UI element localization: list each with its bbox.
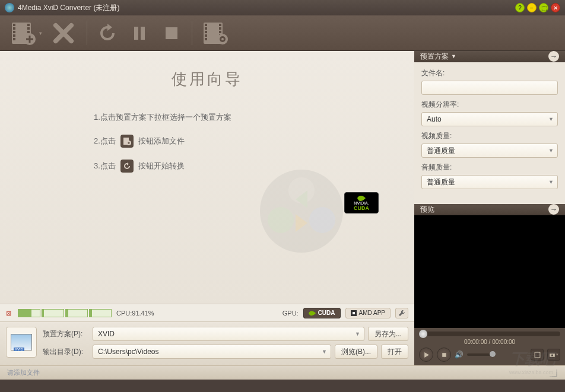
open-button[interactable]: 打开	[381, 345, 408, 359]
wrench-icon	[398, 310, 405, 317]
destination-row: 输出目录(D): C:\Users\pc\Videos ▼ 浏览(B)... 打…	[43, 345, 408, 359]
gpu-label: GPU:	[282, 310, 299, 317]
nvidia-icon	[309, 310, 316, 316]
chevron-down-icon: ▼	[322, 349, 327, 355]
svg-rect-22	[219, 27, 221, 30]
film-add-icon	[9, 20, 38, 46]
main-area: 使用向导 1.点击预置方案下拉框选择一个预置方案 2.点击 按钮添加文件 3.点…	[0, 51, 565, 365]
right-column: 预置方案 ▼ → 文件名: 视频分辨率: Auto▼ 视频质量: 普通质量▼ 音…	[414, 51, 565, 365]
svg-rect-19	[205, 34, 207, 37]
filename-label: 文件名:	[421, 68, 558, 78]
resolution-combo[interactable]: Auto▼	[421, 112, 558, 126]
svg-point-28	[221, 38, 224, 40]
preset-form-spacer	[414, 200, 565, 204]
maximize-button[interactable]: ⬚	[539, 3, 548, 12]
profile-label: 预置方案(P):	[43, 329, 89, 339]
stats-close-button[interactable]: ⊠	[6, 310, 13, 317]
close-button[interactable]: ✕	[551, 3, 560, 12]
svg-rect-36	[442, 353, 446, 357]
stats-bar: ⊠ CPU:91.41% GPU: CUDA AMD APP	[0, 304, 414, 321]
filename-input[interactable]	[421, 81, 558, 95]
separator	[192, 21, 192, 45]
cuda-badge: NVIDIA. CUDA	[344, 192, 379, 213]
seek-bar[interactable]	[419, 332, 560, 336]
resolution-label: 视频分辨率:	[421, 100, 558, 110]
destination-label: 输出目录(D):	[43, 347, 89, 357]
profile-row: 预置方案(P): XVID ▼ 另存为...	[43, 327, 408, 341]
refresh-small-icon	[120, 160, 134, 173]
gpu-cuda-badge[interactable]: CUDA	[303, 308, 341, 318]
svg-point-34	[309, 207, 335, 233]
time-display: 00:00:00 / 00:00:00	[419, 339, 560, 345]
amd-icon	[351, 310, 357, 316]
svg-rect-16	[205, 24, 207, 26]
svg-rect-7	[27, 27, 30, 30]
svg-rect-12	[134, 27, 138, 40]
minimize-button[interactable]: −	[527, 3, 537, 12]
profile-thumbnail: XVID	[6, 327, 37, 358]
pause-icon	[129, 23, 150, 44]
stop-icon	[161, 23, 182, 44]
pause-button[interactable]	[125, 20, 154, 46]
gpu-amd-badge[interactable]: AMD APP	[345, 308, 391, 318]
app-icon	[5, 3, 14, 12]
x-icon	[49, 20, 78, 46]
svg-point-33	[268, 207, 294, 233]
effects-button[interactable]	[198, 18, 233, 48]
wizard-step-2: 2.点击 按钮添加文件	[94, 135, 414, 148]
chevron-down-icon: ▼	[548, 116, 554, 122]
separator	[87, 21, 87, 45]
preset-header[interactable]: 预置方案 ▼ →	[414, 51, 565, 62]
profile-combo[interactable]: XVID ▼	[93, 327, 364, 341]
svg-rect-1	[13, 24, 15, 26]
svg-rect-8	[27, 31, 30, 33]
volume-slider[interactable]	[467, 353, 496, 356]
help-button[interactable]: ?	[515, 3, 525, 12]
wizard-title: 使用向导	[0, 69, 414, 90]
svg-rect-5	[13, 38, 15, 40]
wizard-step-1: 1.点击预置方案下拉框选择一个预置方案	[94, 112, 414, 123]
preset-go-button[interactable]: →	[548, 51, 559, 62]
stop-preview-button[interactable]	[437, 348, 451, 362]
cpu-meter	[18, 309, 112, 317]
play-button[interactable]	[419, 348, 433, 362]
watermark-url: www.xiazaiba.com	[509, 369, 553, 375]
svg-rect-14	[166, 27, 177, 39]
settings-button[interactable]	[395, 308, 408, 318]
wizard-panel: 使用向导 1.点击预置方案下拉框选择一个预置方案 2.点击 按钮添加文件 3.点…	[0, 51, 414, 304]
chevron-down-icon: ▼	[548, 179, 554, 185]
chevron-down-icon: ▼	[548, 148, 554, 154]
toolbar: ▾	[0, 15, 565, 51]
watermark: 下载吧	[510, 349, 554, 369]
refresh-icon	[97, 23, 118, 44]
background-logo	[254, 164, 349, 259]
preview-go-button[interactable]: →	[548, 204, 559, 215]
audio-quality-label: 音频质量:	[421, 162, 558, 173]
status-hint: 请添加文件	[7, 368, 40, 377]
svg-rect-20	[205, 38, 207, 40]
preview-video	[414, 215, 565, 328]
chevron-down-icon: ▼	[355, 331, 360, 337]
svg-rect-23	[219, 31, 221, 33]
remove-button[interactable]	[46, 18, 81, 48]
svg-rect-21	[219, 24, 221, 26]
svg-rect-6	[27, 24, 30, 26]
save-as-button[interactable]: 另存为...	[368, 327, 408, 341]
video-quality-combo[interactable]: 普通质量▼	[421, 144, 558, 158]
svg-rect-17	[205, 27, 207, 30]
add-file-button[interactable]: ▾	[8, 18, 43, 48]
statusbar: 请添加文件	[0, 365, 565, 380]
svg-rect-2	[13, 27, 15, 30]
browse-button[interactable]: 浏览(B)...	[335, 345, 377, 359]
svg-rect-4	[13, 34, 15, 37]
audio-quality-combo[interactable]: 普通质量▼	[421, 175, 558, 189]
volume-icon[interactable]: 🔊	[455, 350, 464, 359]
svg-rect-13	[141, 27, 145, 40]
titlebar: 4Media XviD Converter (未注册) ? − ⬚ ✕	[0, 0, 565, 15]
svg-rect-18	[205, 31, 207, 33]
preset-form: 文件名: 视频分辨率: Auto▼ 视频质量: 普通质量▼ 音频质量: 普通质量…	[414, 62, 565, 200]
seek-thumb[interactable]	[419, 330, 427, 338]
convert-button[interactable]	[93, 20, 122, 46]
destination-combo[interactable]: C:\Users\pc\Videos ▼	[93, 345, 331, 359]
stop-button[interactable]	[157, 20, 186, 46]
